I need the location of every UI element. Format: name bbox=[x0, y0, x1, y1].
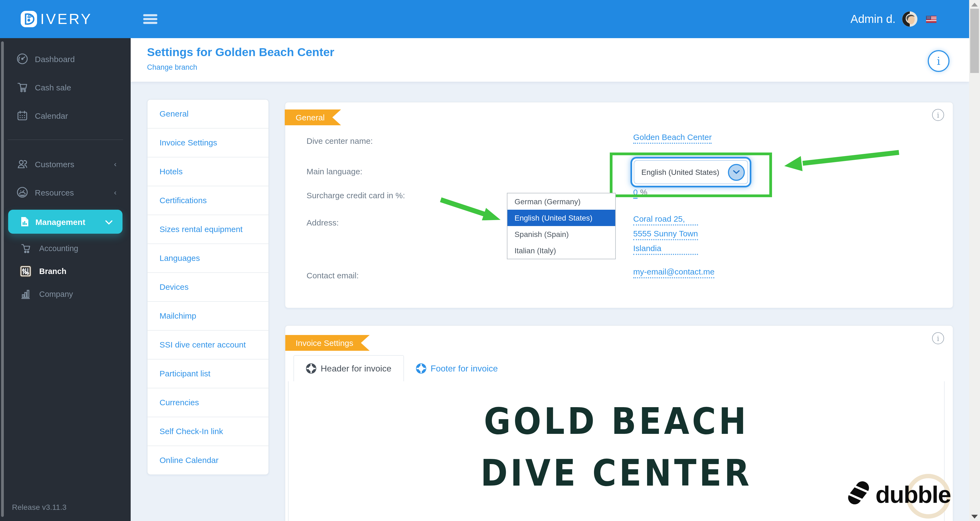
dropdown-option-italian[interactable]: Italian (Italy) bbox=[508, 242, 615, 259]
tab-footer-for-invoice[interactable]: Footer for invoice bbox=[404, 356, 510, 381]
release-version: Release v3.11.3 bbox=[12, 503, 67, 511]
buoy-icon bbox=[306, 363, 316, 374]
dropdown-option-spanish[interactable]: Spanish (Spain) bbox=[508, 226, 615, 242]
dive-center-name-value[interactable]: Golden Beach Center bbox=[633, 132, 712, 144]
sidebar-divider bbox=[8, 139, 123, 140]
sidebar-item-accounting[interactable]: Accounting bbox=[0, 237, 130, 260]
chevron-down-icon bbox=[105, 217, 113, 226]
dashboard-icon bbox=[16, 53, 28, 65]
chevron-left-icon: ‹ bbox=[114, 188, 116, 197]
user-name[interactable]: Admin d. bbox=[850, 13, 896, 25]
sidebar-item-dashboard[interactable]: Dashboard bbox=[0, 45, 130, 73]
customers-icon bbox=[16, 158, 28, 170]
tab-header-for-invoice[interactable]: Header for invoice bbox=[293, 355, 404, 382]
sidebar-item-label: Accounting bbox=[39, 244, 78, 253]
invoice-logo-line1: GOLD BEACH bbox=[288, 392, 944, 451]
sidebar-item-customers[interactable]: Customers ‹ bbox=[0, 150, 130, 178]
sidebar-item-label: Dashboard bbox=[35, 54, 75, 64]
cart-icon bbox=[16, 81, 28, 93]
address-label: Address: bbox=[307, 218, 339, 227]
management-icon bbox=[19, 216, 30, 227]
change-branch-link[interactable]: Change branch bbox=[147, 63, 197, 71]
company-chart-icon bbox=[20, 288, 32, 300]
language-dropdown: German (Germany) English (United States)… bbox=[507, 193, 616, 259]
main-language-selected-value: English (United States) bbox=[641, 168, 728, 177]
tab-label: Footer for invoice bbox=[431, 363, 498, 373]
sidebar-item-resources[interactable]: Resources ‹ bbox=[0, 178, 130, 206]
general-ribbon: General bbox=[285, 110, 341, 125]
resources-icon bbox=[16, 186, 28, 198]
brand-text: IVERY bbox=[40, 11, 92, 27]
dropdown-option-english-selected[interactable]: English (United States) bbox=[508, 210, 615, 226]
accounting-cart-icon bbox=[20, 242, 32, 254]
annotation-arrows bbox=[285, 102, 953, 308]
menu-item-sizes-rental-equipment[interactable]: Sizes rental equipment bbox=[148, 215, 269, 244]
surcharge-label: Surcharge credit card in %: bbox=[307, 191, 405, 200]
language-flag-icon[interactable] bbox=[926, 16, 937, 22]
sidebar-item-management[interactable]: Management bbox=[8, 210, 123, 234]
surcharge-unit: % bbox=[640, 187, 648, 197]
top-bar: IVERY Admin d. bbox=[0, 0, 969, 38]
settings-menu: General Invoice Settings Hotels Certific… bbox=[147, 99, 269, 475]
general-panel: General i Dive center name: Golden Beach… bbox=[285, 102, 953, 308]
sidebar-item-label: Resources bbox=[35, 188, 74, 197]
sidebar-item-branch[interactable]: Branch bbox=[0, 260, 130, 283]
scrollbar-thumb[interactable] bbox=[970, 9, 979, 73]
select-chevron-down-icon[interactable] bbox=[728, 164, 745, 180]
contact-email-value[interactable]: my-email@contact.me bbox=[633, 267, 714, 278]
sidebar-item-label: Calendar bbox=[35, 111, 68, 120]
menu-item-mailchimp[interactable]: Mailchimp bbox=[148, 302, 269, 331]
dropdown-option-german[interactable]: German (Germany) bbox=[508, 193, 615, 210]
page-header: Settings for Golden Beach Center Change … bbox=[130, 38, 969, 82]
menu-item-hotels[interactable]: Hotels bbox=[148, 158, 269, 186]
menu-item-devices[interactable]: Devices bbox=[148, 273, 269, 302]
menu-item-certifications[interactable]: Certifications bbox=[148, 186, 269, 215]
menu-item-participant-list[interactable]: Participant list bbox=[148, 360, 269, 388]
menu-item-invoice-settings[interactable]: Invoice Settings bbox=[148, 129, 269, 158]
brand-logo[interactable]: IVERY bbox=[21, 11, 92, 27]
dubble-logo-icon bbox=[845, 480, 871, 510]
menu-item-self-check-in-link[interactable]: Self Check-In link bbox=[148, 417, 269, 446]
hamburger-menu-icon[interactable] bbox=[143, 14, 158, 24]
sidebar-item-label: Company bbox=[39, 290, 73, 298]
avatar[interactable] bbox=[902, 11, 917, 27]
brand-d-icon bbox=[21, 11, 37, 27]
sidebar-item-calendar[interactable]: Calendar bbox=[0, 101, 130, 130]
buoy-icon bbox=[416, 363, 426, 374]
invoice-settings-ribbon: Invoice Settings bbox=[285, 335, 370, 351]
menu-item-online-calendar[interactable]: Online Calendar bbox=[148, 446, 269, 475]
chevron-left-icon: ‹ bbox=[114, 159, 116, 168]
sidebar-item-label: Branch bbox=[39, 267, 67, 276]
general-info-icon[interactable]: i bbox=[932, 109, 944, 121]
app-root: IVERY Admin d. bbox=[0, 0, 980, 521]
address-line-1[interactable]: Coral road 25, bbox=[633, 214, 698, 226]
sidebar-item-company[interactable]: Company bbox=[0, 283, 130, 306]
scroll-up-arrow-icon[interactable] bbox=[971, 3, 978, 6]
menu-item-general[interactable]: General bbox=[148, 100, 269, 129]
main-area: Settings for Golden Beach Center Change … bbox=[130, 38, 969, 521]
scroll-down-arrow-icon[interactable] bbox=[971, 515, 978, 519]
calendar-icon bbox=[16, 110, 28, 121]
contact-email-label: Contact email: bbox=[307, 271, 359, 280]
tab-label: Header for invoice bbox=[321, 363, 391, 373]
watermark-text: dubble bbox=[875, 481, 951, 508]
page-scrollbar[interactable] bbox=[969, 0, 980, 521]
dive-center-name-label: Dive center name: bbox=[307, 136, 373, 145]
invoice-info-icon[interactable]: i bbox=[932, 332, 944, 344]
menu-item-ssi-dive-center-account[interactable]: SSI dive center account bbox=[148, 331, 269, 360]
main-language-label: Main language: bbox=[307, 167, 362, 176]
menu-item-languages[interactable]: Languages bbox=[148, 244, 269, 273]
main-language-select[interactable]: English (United States) bbox=[630, 157, 751, 187]
page-info-icon[interactable]: i bbox=[928, 50, 950, 72]
sidebar-item-label: Customers bbox=[35, 159, 74, 169]
address-line-2[interactable]: 5555 Sunny Town bbox=[633, 229, 698, 240]
surcharge-value[interactable]: 0 bbox=[633, 187, 638, 199]
sidebar: Dashboard Cash sale Calend bbox=[0, 38, 130, 521]
dubble-watermark: dubble bbox=[845, 480, 951, 510]
menu-item-currencies[interactable]: Currencies bbox=[148, 388, 269, 417]
page-title: Settings for Golden Beach Center bbox=[147, 46, 334, 59]
invoice-tabbar: Header for invoice bbox=[288, 356, 945, 382]
sidebar-item-label: Cash sale bbox=[35, 83, 71, 92]
address-line-3[interactable]: Islandia bbox=[633, 244, 698, 255]
sidebar-item-cash-sale[interactable]: Cash sale bbox=[0, 73, 130, 101]
